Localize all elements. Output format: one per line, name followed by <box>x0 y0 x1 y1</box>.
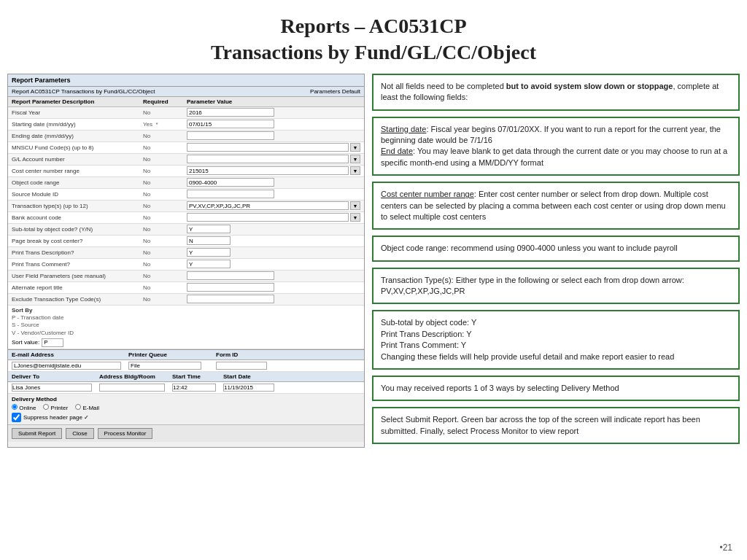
deliver-section-header: Deliver To Address Bldg/Room Start Time … <box>8 372 364 382</box>
page-break-input[interactable] <box>187 236 231 245</box>
printer-radio-label[interactable]: Printer <box>43 404 68 411</box>
object-code-input[interactable] <box>187 178 274 187</box>
table-row: Exclude Transaction Type Code(s) No <box>8 294 364 306</box>
online-radio[interactable] <box>12 404 18 410</box>
right-panel: Not all fields need to be completed but … <box>372 74 740 448</box>
transaction-type-dropdown[interactable]: ▼ <box>350 201 360 210</box>
info-box-7-text: You may received reports 1 of 3 ways by … <box>381 384 619 392</box>
user-field-input[interactable] <box>187 271 274 280</box>
subtotal-input[interactable] <box>187 225 231 233</box>
source-module-input[interactable] <box>187 190 274 198</box>
submit-report-button[interactable]: Submit Report <box>12 428 62 439</box>
bottom-section: E-mail Address Printer Queue Form ID Del… <box>8 349 364 442</box>
start-time-input[interactable] <box>172 384 216 392</box>
sort-by-options: P - Transaction date S - Source V - Vend… <box>12 314 360 337</box>
deliver-to-input[interactable] <box>12 384 92 392</box>
form-subheader: Report AC0531CP Transactions by Fund/GL/… <box>8 87 364 97</box>
starting-date-input[interactable] <box>187 120 274 128</box>
table-row: Source Module ID No <box>8 189 364 201</box>
address-input[interactable] <box>99 384 165 392</box>
main-layout: Report Parameters Report AC0531CP Transa… <box>0 74 747 448</box>
email-radio[interactable] <box>75 404 81 410</box>
start-date-input[interactable] <box>223 384 274 392</box>
info-box-1: Not all fields need to be completed but … <box>372 74 740 111</box>
delivery-method-label: Delivery Method <box>12 396 360 402</box>
info-box-2-text: Starting date: Fiscal year begins 07/01/… <box>381 125 727 167</box>
form-id-input[interactable] <box>216 362 267 370</box>
table-row: G/L Account number No ▼ <box>8 154 364 166</box>
gl-account-dropdown[interactable]: ▼ <box>350 155 360 163</box>
table-row: Ending date (mm/dd/yy) No <box>8 131 364 142</box>
table-row: Page break by cost center? No <box>8 236 364 247</box>
alt-title-input[interactable] <box>187 283 274 292</box>
email-radio-label[interactable]: E-Mail <box>75 404 99 411</box>
info-box-6-text: Sub-total by object code: YPrint Trans D… <box>381 318 674 360</box>
email-section-data <box>8 360 364 372</box>
printer-queue-input[interactable] <box>128 362 201 370</box>
table-row: Alternate report title No <box>8 282 364 294</box>
table-row: Print Trans Comment? No <box>8 259 364 271</box>
transaction-type-input[interactable] <box>187 201 349 210</box>
suppress-line: Suppress header page ✓ <box>12 413 360 422</box>
process-monitor-button[interactable]: Process Monitor <box>98 428 153 439</box>
left-panel: Report Parameters Report AC0531CP Transa… <box>7 74 365 448</box>
print-comment-input[interactable] <box>187 260 231 268</box>
sort-value-input[interactable] <box>42 338 63 347</box>
sort-by-section: Sort By P - Transaction date S - Source … <box>8 306 364 349</box>
info-box-1-text: Not all fields need to be completed but … <box>381 82 719 101</box>
info-box-4: Object code range: recommend using 0900-… <box>372 236 740 261</box>
email-input[interactable] <box>12 362 121 370</box>
sort-by-label: Sort By <box>12 307 360 314</box>
table-row: Print Trans Description? No <box>8 247 364 259</box>
print-desc-input[interactable] <box>187 248 231 257</box>
table-row: Transaction type(s) (up to 12) No ▼ <box>8 201 364 212</box>
info-box-2: Starting date: Fiscal year begins 07/01/… <box>372 117 740 176</box>
table-row: Fiscal Year No <box>8 107 364 119</box>
table-row: MNSCU Fund Code(s) (up to 8) No ▼ <box>8 142 364 154</box>
info-box-5: Transaction Type(s): Either type in the … <box>372 268 740 305</box>
page-number: •21 <box>719 542 732 553</box>
table-row: Object code range No <box>8 177 364 189</box>
info-box-7: You may received reports 1 of 3 ways by … <box>372 376 740 401</box>
exclude-type-input[interactable] <box>187 295 274 303</box>
delivery-method-options: Online Printer E-Mail <box>12 404 360 411</box>
suppress-checkbox[interactable] <box>12 413 21 422</box>
action-buttons: Submit Report Close Process Monitor <box>8 424 364 442</box>
info-box-3: Cost center number range: Enter cost cen… <box>372 182 740 230</box>
info-box-6: Sub-total by object code: YPrint Trans D… <box>372 310 740 370</box>
cost-center-dropdown[interactable]: ▼ <box>350 166 360 175</box>
info-box-4-text: Object code range: recommend using 0900-… <box>381 244 678 252</box>
fund-code-input[interactable] <box>187 143 349 152</box>
form-header: Report Parameters <box>8 74 364 87</box>
table-row: Bank account code No ▼ <box>8 212 364 224</box>
title-area: Reports – AC0531CP Transactions by Fund/… <box>0 0 747 74</box>
table-row: Cost center number range No ▼ <box>8 166 364 177</box>
online-radio-label[interactable]: Online <box>12 404 36 411</box>
form-columns-header: Report Parameter Description Required Pa… <box>8 97 364 107</box>
printer-radio[interactable] <box>43 404 49 410</box>
suppress-label: Suppress header page ✓ <box>23 414 89 421</box>
info-box-8: Select Submit Report. Green bar across t… <box>372 407 740 444</box>
info-box-5-text: Transaction Type(s): Either type in the … <box>381 276 684 295</box>
info-box-8-text: Select Submit Report. Green bar across t… <box>381 415 700 435</box>
page-title: Reports – AC0531CP Transactions by Fund/… <box>15 13 732 66</box>
fiscal-year-input[interactable] <box>187 108 274 117</box>
delivery-method-section: Delivery Method Online Printer E-Mail Su… <box>8 394 364 424</box>
email-section-header: E-mail Address Printer Queue Form ID <box>8 350 364 360</box>
gl-account-input[interactable] <box>187 155 349 163</box>
info-box-3-text: Cost center number range: Enter cost cen… <box>381 190 726 221</box>
table-row: Sub-total by object code? (Y/N) No <box>8 224 364 236</box>
deliver-section-data <box>8 382 364 394</box>
ending-date-input[interactable] <box>187 131 274 140</box>
table-row: User Field Parameters (see manual) No <box>8 271 364 282</box>
fund-code-dropdown[interactable]: ▼ <box>350 143 360 152</box>
bank-account-input[interactable] <box>187 213 349 222</box>
table-row: Starting date (mm/dd/yy) Yes * <box>8 119 364 131</box>
cost-center-input[interactable] <box>187 166 349 175</box>
bank-account-dropdown[interactable]: ▼ <box>350 213 360 222</box>
close-button[interactable]: Close <box>66 428 93 439</box>
